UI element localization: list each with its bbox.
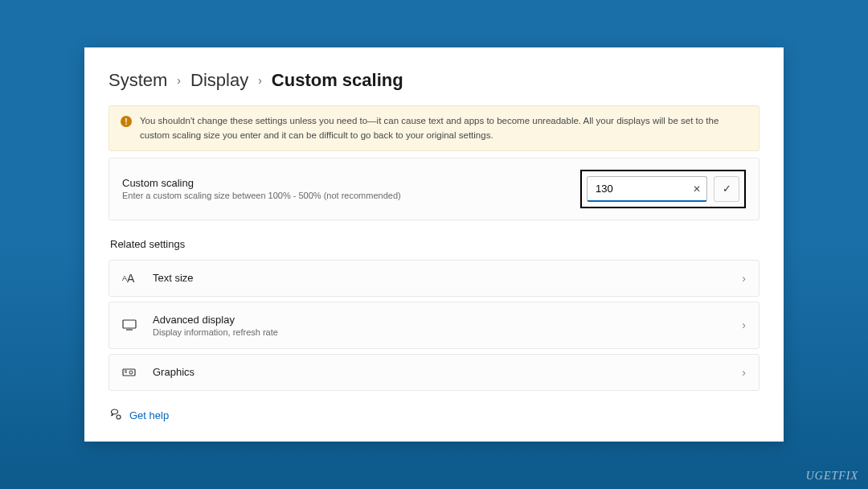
related-item-graphics[interactable]: Graphics › bbox=[108, 354, 760, 391]
check-icon: ✓ bbox=[723, 183, 731, 195]
warning-banner: ! You shouldn't change these settings un… bbox=[108, 105, 760, 151]
chevron-right-icon: › bbox=[258, 74, 262, 87]
get-help-link[interactable]: Get help bbox=[129, 409, 169, 421]
svg-point-7 bbox=[117, 415, 121, 419]
get-help-row: Get help bbox=[110, 409, 760, 422]
related-item-advanced-display[interactable]: Advanced display Display information, re… bbox=[108, 302, 760, 349]
settings-window: System › Display › Custom scaling ! You … bbox=[84, 47, 784, 442]
breadcrumb: System › Display › Custom scaling bbox=[108, 70, 760, 91]
related-item-label: Graphics bbox=[153, 366, 742, 378]
text-size-icon: AA bbox=[122, 272, 141, 285]
breadcrumb-display[interactable]: Display bbox=[190, 70, 248, 91]
related-settings-heading: Related settings bbox=[110, 238, 760, 250]
custom-scaling-card: Custom scaling Enter a custom scaling si… bbox=[108, 158, 760, 220]
warning-text: You shouldn't change these settings unle… bbox=[140, 114, 747, 142]
related-item-label: Advanced display bbox=[153, 314, 742, 326]
related-item-text-size[interactable]: AA Text size › bbox=[108, 260, 760, 297]
related-item-label: Text size bbox=[153, 272, 742, 284]
warning-icon: ! bbox=[121, 116, 132, 127]
custom-scaling-subtitle: Enter a custom scaling size between 100%… bbox=[122, 191, 580, 200]
chevron-right-icon: › bbox=[742, 318, 746, 331]
help-icon bbox=[110, 409, 121, 422]
svg-point-3 bbox=[129, 371, 133, 374]
chevron-right-icon: › bbox=[742, 272, 746, 285]
svg-point-6 bbox=[112, 409, 118, 414]
breadcrumb-system[interactable]: System bbox=[108, 70, 167, 91]
chevron-right-icon: › bbox=[742, 366, 746, 379]
display-icon bbox=[122, 319, 141, 331]
clear-input-icon[interactable]: ✕ bbox=[693, 183, 701, 195]
scaling-input-group: ✕ ✓ bbox=[580, 170, 746, 208]
graphics-icon bbox=[122, 368, 141, 377]
watermark: UGETFIX bbox=[806, 470, 858, 483]
svg-rect-0 bbox=[123, 320, 136, 328]
custom-scaling-title: Custom scaling bbox=[122, 177, 580, 189]
related-item-subtitle: Display information, refresh rate bbox=[153, 327, 742, 337]
chevron-right-icon: › bbox=[177, 74, 181, 87]
breadcrumb-current: Custom scaling bbox=[272, 70, 403, 91]
apply-scaling-button[interactable]: ✓ bbox=[714, 176, 739, 202]
scaling-value-input[interactable] bbox=[587, 176, 707, 202]
